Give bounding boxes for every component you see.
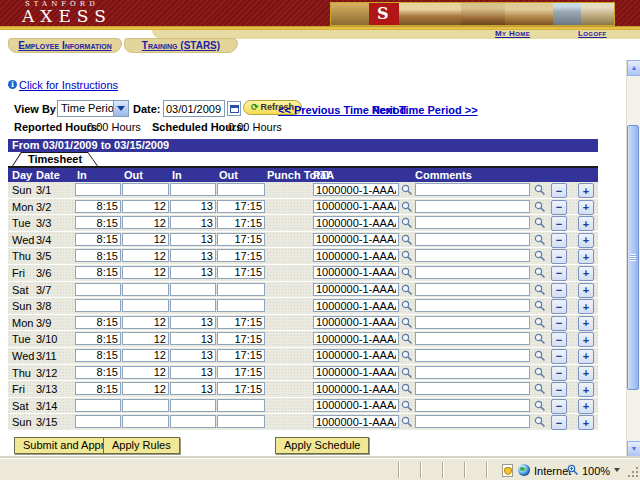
delete-row-button[interactable]: − <box>551 216 567 231</box>
add-row-button[interactable]: + <box>578 183 594 198</box>
in1-input[interactable] <box>75 233 121 246</box>
date-input[interactable] <box>163 100 225 117</box>
magnifier-lookup-icon[interactable] <box>534 350 546 362</box>
in1-input[interactable] <box>75 332 121 345</box>
in1-input[interactable] <box>75 200 121 213</box>
magnifier-lookup-icon[interactable] <box>401 184 413 196</box>
magnifier-lookup-icon[interactable] <box>534 234 546 246</box>
magnifier-lookup-icon[interactable] <box>534 317 546 329</box>
pta-input[interactable] <box>313 349 399 362</box>
view-by-select[interactable]: Time Period <box>57 100 129 117</box>
in1-input[interactable] <box>75 399 121 412</box>
pta-input[interactable] <box>313 366 399 379</box>
out2-input[interactable] <box>217 366 265 379</box>
comments-input[interactable] <box>415 366 530 379</box>
in2-input[interactable] <box>170 382 216 395</box>
add-row-button[interactable]: + <box>578 200 594 215</box>
add-row-button[interactable]: + <box>578 366 594 381</box>
timesheet-tab[interactable]: Timesheet <box>12 152 98 166</box>
magnifier-lookup-icon[interactable] <box>534 400 546 412</box>
magnifier-lookup-icon[interactable] <box>401 333 413 345</box>
comments-input[interactable] <box>415 233 530 246</box>
comments-input[interactable] <box>415 216 530 229</box>
in2-input[interactable] <box>170 183 216 196</box>
out2-input[interactable] <box>217 233 265 246</box>
add-row-button[interactable]: + <box>578 349 594 364</box>
delete-row-button[interactable]: − <box>551 283 567 298</box>
tab-employee-information[interactable]: Employee Information <box>8 38 122 53</box>
comments-input[interactable] <box>415 266 530 279</box>
out1-input[interactable] <box>122 316 169 329</box>
in2-input[interactable] <box>170 299 216 312</box>
in1-input[interactable] <box>75 382 121 395</box>
out1-input[interactable] <box>122 233 169 246</box>
add-row-button[interactable]: + <box>578 299 594 314</box>
out1-input[interactable] <box>122 266 169 279</box>
magnifier-lookup-icon[interactable] <box>534 267 546 279</box>
magnifier-lookup-icon[interactable] <box>534 184 546 196</box>
comments-input[interactable] <box>415 349 530 362</box>
delete-row-button[interactable]: − <box>551 266 567 281</box>
comments-input[interactable] <box>415 316 530 329</box>
out2-input[interactable] <box>217 415 265 428</box>
out1-input[interactable] <box>122 382 169 395</box>
in2-input[interactable] <box>170 266 216 279</box>
add-row-button[interactable]: + <box>578 382 594 397</box>
add-row-button[interactable]: + <box>578 216 594 231</box>
pta-input[interactable] <box>313 316 399 329</box>
comments-input[interactable] <box>415 332 530 345</box>
add-row-button[interactable]: + <box>578 249 594 264</box>
in1-input[interactable] <box>75 349 121 362</box>
in1-input[interactable] <box>75 216 121 229</box>
pta-input[interactable] <box>313 382 399 395</box>
magnifier-lookup-icon[interactable] <box>401 300 413 312</box>
zoom-magnifier-icon[interactable] <box>567 464 579 476</box>
magnifier-lookup-icon[interactable] <box>401 367 413 379</box>
pta-input[interactable] <box>313 332 399 345</box>
add-row-button[interactable]: + <box>578 266 594 281</box>
magnifier-lookup-icon[interactable] <box>401 201 413 213</box>
comments-input[interactable] <box>415 249 530 262</box>
in2-input[interactable] <box>170 200 216 213</box>
add-row-button[interactable]: + <box>578 332 594 347</box>
out1-input[interactable] <box>122 216 169 229</box>
pta-input[interactable] <box>313 200 399 213</box>
scroll-up-arrow-icon[interactable]: ▲ <box>627 60 640 76</box>
add-row-button[interactable]: + <box>578 283 594 298</box>
magnifier-lookup-icon[interactable] <box>534 300 546 312</box>
delete-row-button[interactable]: − <box>551 382 567 397</box>
magnifier-lookup-icon[interactable] <box>401 416 413 428</box>
in2-input[interactable] <box>170 249 216 262</box>
magnifier-lookup-icon[interactable] <box>534 416 546 428</box>
out1-input[interactable] <box>122 366 169 379</box>
out2-input[interactable] <box>217 200 265 213</box>
magnifier-lookup-icon[interactable] <box>401 284 413 296</box>
delete-row-button[interactable]: − <box>551 249 567 264</box>
in2-input[interactable] <box>170 349 216 362</box>
in1-input[interactable] <box>75 366 121 379</box>
in2-input[interactable] <box>170 316 216 329</box>
pta-input[interactable] <box>313 415 399 428</box>
delete-row-button[interactable]: − <box>551 299 567 314</box>
out1-input[interactable] <box>122 399 169 412</box>
comments-input[interactable] <box>415 200 530 213</box>
tab-training-stars[interactable]: Training (STARS) <box>124 38 238 53</box>
vertical-scrollbar[interactable]: ▲ ▼ <box>626 60 640 457</box>
add-row-button[interactable]: + <box>578 316 594 331</box>
out2-input[interactable] <box>217 266 265 279</box>
click-for-instructions-link[interactable]: Click for Instructions <box>19 79 118 91</box>
out2-input[interactable] <box>217 249 265 262</box>
magnifier-lookup-icon[interactable] <box>401 250 413 262</box>
comments-input[interactable] <box>415 382 530 395</box>
out1-input[interactable] <box>122 415 169 428</box>
delete-row-button[interactable]: − <box>551 233 567 248</box>
next-time-period-link[interactable]: Next Time Period >> <box>372 104 478 116</box>
delete-row-button[interactable]: − <box>551 183 567 198</box>
pta-input[interactable] <box>313 299 399 312</box>
out2-input[interactable] <box>217 299 265 312</box>
delete-row-button[interactable]: − <box>551 349 567 364</box>
in2-input[interactable] <box>170 399 216 412</box>
in2-input[interactable] <box>170 233 216 246</box>
in1-input[interactable] <box>75 249 121 262</box>
magnifier-lookup-icon[interactable] <box>534 383 546 395</box>
